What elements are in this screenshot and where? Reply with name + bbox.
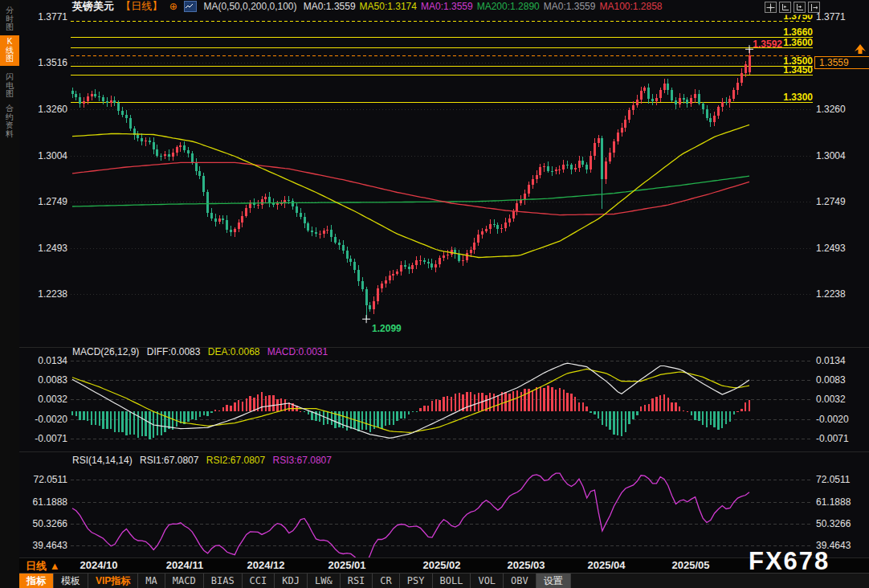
toolbar-item-vol[interactable]: VOL xyxy=(471,574,504,588)
time-axis: 日线 ▲ 2024/102024/112024/122025/012025/02… xyxy=(19,558,869,573)
period-label: 日线 xyxy=(26,560,47,572)
macd-tick-label-left: -0.0071 xyxy=(19,433,67,444)
grid-layer xyxy=(19,63,869,558)
macd-tick-label-right: -0.0020 xyxy=(816,414,849,425)
rsi-params: RSI(14,14,14) xyxy=(72,455,133,466)
recent-high-label: 1.3592 xyxy=(753,39,782,50)
price-tick-label-left: 1.3771 xyxy=(19,11,67,22)
sidebar-tab-2[interactable]: K 线 图 xyxy=(0,35,19,66)
toolbar-item-bias[interactable]: BIAS xyxy=(204,574,243,588)
macd-tick-label-left: -0.0020 xyxy=(19,414,67,425)
ma-values: MA0:1.3559MA50:1.3174MA0:1.3559MA200:1.2… xyxy=(304,1,667,12)
level-price-label: 1.3300 xyxy=(783,92,813,103)
toolbar-item-ma[interactable]: MA xyxy=(138,574,165,588)
price-tick-label-left: 1.2749 xyxy=(19,196,67,207)
date-label: 2024/12 xyxy=(247,559,285,571)
price-tick-label-right: 1.3771 xyxy=(816,11,846,22)
macd-diff-value: DIFF:0.0083 xyxy=(147,346,201,357)
date-label: 2025/01 xyxy=(328,559,366,571)
toolbar-item-obv[interactable]: OBV xyxy=(504,574,536,588)
level-price-label: 1.3450 xyxy=(783,64,813,76)
sidebar-tab-1[interactable]: 分 时 图 xyxy=(0,4,19,35)
sidebar-tab-3[interactable]: 闪 电 图 xyxy=(0,71,19,101)
price-tick-label-right: 1.2238 xyxy=(816,288,846,300)
date-label: 2025/02 xyxy=(423,559,461,571)
ma-settings-label: MA(0,50,0,200,0,100) xyxy=(203,1,296,12)
chart-area: 英镑美元 【日线】 ⊕ MA(0,50,0,200,0,100) MA0:1.3… xyxy=(19,0,869,588)
current-price-value: 1.3559 xyxy=(819,57,849,68)
level-price-label: 1.3600 xyxy=(783,37,813,48)
current-price-box: 1.3559 xyxy=(814,56,869,69)
toolbar-item-macd[interactable]: MACD xyxy=(165,574,204,588)
macd-tick-label-right: 0.0083 xyxy=(816,374,846,386)
price-tick-label-left: 1.3004 xyxy=(19,150,67,161)
ma-value-label: MA200:1.2890 xyxy=(477,1,540,12)
toolbar-item-kdj[interactable]: KDJ xyxy=(275,574,308,588)
expand-plus-icon[interactable]: ⊕ xyxy=(169,1,177,12)
macd-tick-label-right: 0.0032 xyxy=(816,394,846,405)
macd-histogram xyxy=(71,386,750,439)
period-selector[interactable]: 日线 ▲ xyxy=(26,559,60,574)
extreme-markers xyxy=(362,45,753,323)
rsi-tick-label-right: 50.3266 xyxy=(816,518,851,529)
price-tick-label-left: 1.2238 xyxy=(19,288,67,300)
indicator-toolbar: 指标模板VIP指标MAMACDBIASCCIKDJLW&RSICRPSYBOLL… xyxy=(19,573,869,588)
symbol-name: 英镑美元 xyxy=(72,0,114,12)
rsi2-value: RSI2:67.0807 xyxy=(206,455,265,466)
toolbar-item-vip[interactable]: VIP指标 xyxy=(88,574,138,588)
rsi-panel-header: RSI(14,14,14) RSI1:67.0807 RSI2:67.0807 … xyxy=(72,455,337,466)
toolbar-item-[interactable]: 指标 xyxy=(19,574,54,588)
price-tick-label-left: 1.3516 xyxy=(19,57,67,68)
rsi1-value: RSI1:67.0807 xyxy=(140,455,198,466)
price-tick-label-left: 1.3260 xyxy=(19,104,67,115)
toolbar-item-cci[interactable]: CCI xyxy=(243,574,275,588)
toolbar-item-lw[interactable]: LW& xyxy=(308,574,341,588)
levels-layer xyxy=(71,21,813,102)
rsi-tick-label-left: 39.4643 xyxy=(19,540,67,551)
ma-value-label: MA0:1.3559 xyxy=(421,1,473,12)
macd-params: MACD(26,12,9) xyxy=(72,346,139,357)
macd-macd-value: MACD:0.0031 xyxy=(267,346,328,357)
ma50-line xyxy=(72,125,749,257)
macd-diff-line xyxy=(72,363,749,438)
toolbar-item-cr[interactable]: CR xyxy=(373,574,399,588)
toolbar-item-[interactable]: 设置 xyxy=(536,574,571,588)
ma-value-label: MA0:1.3559 xyxy=(544,1,596,12)
scale-axis-right-icon[interactable] xyxy=(794,2,806,13)
mini-chart-icon[interactable] xyxy=(184,1,197,12)
price-chart-canvas[interactable] xyxy=(19,0,869,588)
date-label: 2024/10 xyxy=(80,559,118,571)
rsi-tick-label-right: 72.0511 xyxy=(816,474,851,485)
price-tick-label-right: 1.3004 xyxy=(816,150,846,161)
macd-tick-label-left: 0.0032 xyxy=(19,394,67,405)
macd-dea-value: DEA:0.0068 xyxy=(208,346,260,357)
price-tick-label-right: 1.2749 xyxy=(816,196,846,207)
pan-move-icon[interactable] xyxy=(765,2,777,13)
ma-value-label: MA100:1.2858 xyxy=(599,1,662,12)
candles-layer xyxy=(71,49,751,319)
toolbar-item-rsi[interactable]: RSI xyxy=(341,574,373,588)
ma-value-label: MA0:1.3559 xyxy=(304,1,356,12)
timeframe-tag[interactable]: 【日线】 xyxy=(120,0,162,12)
rsi-tick-label-left: 72.0511 xyxy=(19,474,67,485)
sidebar-tab-4[interactable]: 合 约 资 料 xyxy=(0,102,19,141)
toolbar-item-psy[interactable]: PSY xyxy=(400,574,433,588)
date-label: 2025/03 xyxy=(508,559,545,571)
rsi-tick-label-left: 61.1888 xyxy=(19,496,67,508)
scale-axis-left-icon[interactable] xyxy=(779,2,791,13)
macd-tick-label-left: 0.0134 xyxy=(19,355,67,366)
macd-tick-label-left: 0.0083 xyxy=(19,374,67,386)
trading-app-window: 分 时 图K 线 图闪 电 图合 约 资 料 英镑美元 【日线】 ⊕ MA(0,… xyxy=(0,0,869,588)
date-label: 2024/11 xyxy=(166,559,203,571)
ma-value-label: MA50:1.3174 xyxy=(360,1,417,12)
macd-tick-label-right: 0.0134 xyxy=(816,355,846,366)
date-label: 2025/05 xyxy=(672,559,710,571)
collapse-right-icon[interactable] xyxy=(808,2,820,13)
toolbar-item-[interactable]: 模板 xyxy=(54,574,88,588)
macd-panel-header: MACD(26,12,9) DIFF:0.0083 DEA:0.0068 MAC… xyxy=(72,346,333,357)
period-low-label: 1.2099 xyxy=(372,323,402,334)
rsi-tick-label-right: 61.1888 xyxy=(816,496,851,508)
toolbar-item-boll[interactable]: BOLL xyxy=(433,574,471,588)
price-up-arrow-icon xyxy=(853,43,869,56)
date-label: 2025/04 xyxy=(588,559,626,571)
